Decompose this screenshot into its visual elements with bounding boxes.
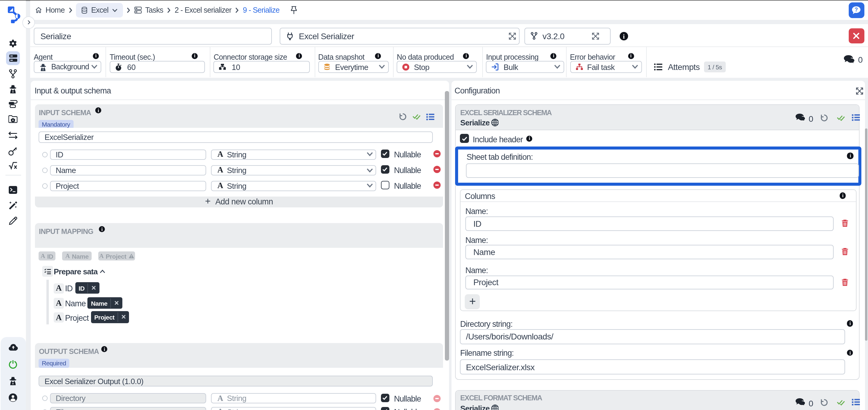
svg-text:?: ? [855, 7, 858, 13]
